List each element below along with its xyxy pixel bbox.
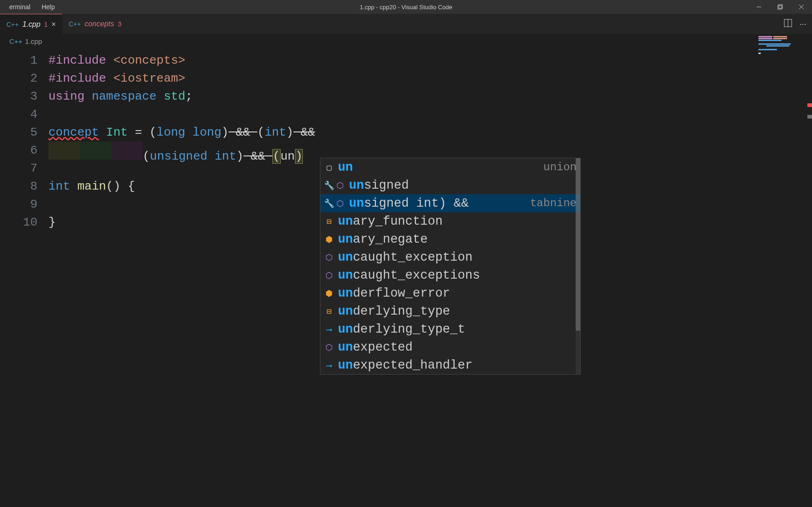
line-number: 6 — [0, 142, 48, 160]
suggest-label: unsigned int) && — [349, 197, 526, 210]
titlebar: erminal Help 1.cpp - cpp20 - Visual Stud… — [0, 0, 812, 14]
suggest-item[interactable]: ⊟ unary_function — [320, 212, 580, 230]
tabs-bar: C++ 1.cpp 1 × C++ concepts 3 ··· — [0, 14, 812, 34]
suggest-label: uncaught_exceptions — [338, 268, 577, 282]
code-line: #include <iostream> — [48, 70, 812, 88]
suggest-label: underflow_error — [338, 286, 577, 300]
type-icon: ⟶ — [324, 360, 334, 370]
suggest-detail: tabnine — [530, 197, 577, 209]
code-line: using namespace std; — [48, 88, 812, 106]
svg-rect-2 — [779, 5, 782, 8]
scrollbar-thumb[interactable] — [576, 158, 580, 331]
maximize-button[interactable] — [770, 0, 791, 14]
close-icon — [799, 4, 804, 10]
suggest-label: unexpected_handler — [338, 358, 577, 372]
suggest-item[interactable]: ⟶ unexpected_handler — [320, 356, 580, 374]
class-icon: ⬢ — [324, 288, 334, 298]
breadcrumb-path: 1.cpp — [25, 37, 42, 45]
cpp-file-icon: C++ — [6, 21, 18, 28]
suggest-item[interactable]: ⊟ underlying_type — [320, 302, 580, 320]
suggest-item[interactable]: ⟶ underlying_type_t — [320, 320, 580, 338]
suggest-label: unary_negate — [338, 233, 577, 246]
code-line: #include <concepts> — [48, 52, 812, 70]
menu-bar: erminal Help — [0, 1, 60, 12]
suggest-scrollbar[interactable] — [576, 158, 580, 374]
struct-icon: ⊟ — [324, 216, 334, 227]
code-line — [48, 106, 812, 124]
method-icon: ⬡ — [324, 342, 334, 352]
suggest-item[interactable]: ⬢ underflow_error — [320, 284, 580, 302]
minimap[interactable] — [757, 34, 812, 219]
line-number: 4 — [0, 106, 48, 124]
method-icon: ⬡ — [324, 252, 334, 262]
snippet-icon: ▢ — [324, 162, 334, 173]
breadcrumbs[interactable]: C++ 1.cpp — [0, 34, 812, 48]
tab-label: 1.cpp — [22, 20, 40, 29]
tab-problems-badge: 3 — [118, 20, 121, 28]
line-number: 7 — [0, 160, 48, 178]
minimize-icon — [756, 4, 762, 10]
suggest-item[interactable]: ⬡ unexpected — [320, 338, 580, 356]
overview-ruler — [806, 34, 812, 403]
suggest-item[interactable]: ⬡ uncaught_exception — [320, 248, 580, 266]
line-number: 3 — [0, 88, 48, 106]
suggest-label: underlying_type — [338, 304, 577, 318]
line-number: 5 — [0, 124, 48, 142]
suggest-detail: union — [543, 161, 577, 173]
minimize-button[interactable] — [748, 0, 770, 14]
tab-1cpp[interactable]: C++ 1.cpp 1 × — [0, 14, 62, 34]
suggest-widget[interactable]: ▢ un union 🔧⬡ unsigned 🔧⬡ unsigned int) … — [320, 158, 581, 375]
ruler-cursor-mark — [807, 115, 812, 119]
code-line: (unsigned int) && (un) — [48, 142, 812, 160]
editor-actions: ··· — [784, 19, 806, 30]
suggest-item[interactable]: ⬢ unary_negate — [320, 230, 580, 248]
tab-problems-badge: 1 — [44, 21, 48, 28]
cpp-file-icon: C++ — [9, 37, 22, 45]
suggest-label: uncaught_exception — [338, 251, 577, 264]
suggest-item[interactable]: ⬡ uncaught_exceptions — [320, 266, 580, 284]
line-number: 1 — [0, 52, 48, 70]
more-actions-icon[interactable]: ··· — [800, 19, 806, 29]
tab-concepts[interactable]: C++ concepts 3 — [62, 14, 128, 34]
method-icon: ⬡ — [324, 270, 334, 280]
line-number: 9 — [0, 196, 48, 214]
line-gutter: 1 2 3 4 5 6 7 8 9 10 — [0, 48, 48, 232]
tab-label: concepts — [84, 20, 114, 28]
suggest-label: un — [338, 161, 540, 174]
window-title: 1.cpp - cpp20 - Visual Studio Code — [360, 4, 452, 11]
suggest-item[interactable]: ▢ un union — [320, 158, 580, 176]
maximize-icon — [777, 4, 783, 10]
menu-terminal[interactable]: erminal — [4, 1, 36, 12]
tab-close-button[interactable]: × — [51, 20, 55, 29]
code-line: concept Int = (long long) && (int) && — [48, 124, 812, 142]
class-icon: ⬢ — [324, 234, 334, 245]
line-number: 10 — [0, 214, 48, 232]
svg-rect-1 — [778, 6, 782, 9]
cpp-file-icon: C++ — [69, 20, 81, 28]
suggest-item-selected[interactable]: 🔧⬡ unsigned int) && tabnine — [320, 194, 580, 212]
type-icon: ⟶ — [324, 324, 334, 334]
split-editor-icon[interactable] — [784, 19, 792, 30]
line-number: 2 — [0, 70, 48, 88]
window-controls — [748, 0, 812, 14]
suggest-label: unexpected — [338, 340, 577, 354]
struct-icon: ⊟ — [324, 306, 334, 316]
tabnine-icon: 🔧⬡ — [324, 198, 345, 209]
ruler-error-mark — [807, 103, 812, 107]
suggest-item[interactable]: 🔧⬡ unsigned — [320, 176, 580, 194]
minimap-content — [757, 34, 812, 56]
suggest-label: unsigned — [349, 179, 577, 192]
suggest-label: underlying_type_t — [338, 322, 577, 336]
menu-help[interactable]: Help — [36, 1, 60, 12]
line-number: 8 — [0, 178, 48, 196]
tabnine-icon: 🔧⬡ — [324, 180, 345, 191]
close-button[interactable] — [791, 0, 812, 14]
suggest-label: unary_function — [338, 215, 577, 228]
